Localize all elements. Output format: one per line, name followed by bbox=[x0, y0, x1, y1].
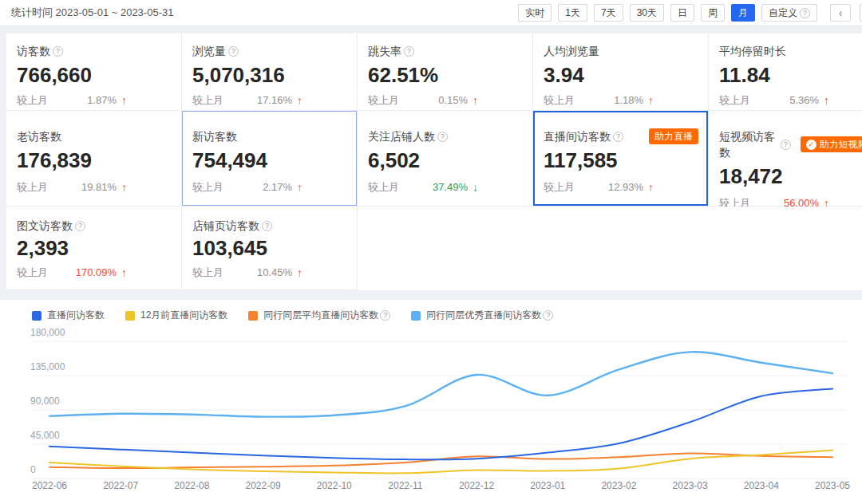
legend-swatch bbox=[248, 311, 258, 321]
legend-help-icon[interactable]: ? bbox=[543, 310, 553, 321]
x-axis-tick-label: 2022-10 bbox=[317, 480, 352, 491]
range-button-day[interactable]: 日 bbox=[670, 4, 694, 22]
metric-card-visitors[interactable]: 访客数?766,660较上月1.87%↑ bbox=[6, 33, 182, 111]
promo-badge-label: 助力短视频 bbox=[820, 137, 862, 152]
arrow-up-icon: ↑ bbox=[297, 93, 302, 108]
metric-card-live-room-visitors[interactable]: 直播间访客数?助力直播117,585较上月12.93%↑ bbox=[533, 111, 709, 207]
compare-percent: 2.17% bbox=[263, 180, 292, 195]
compare-change: 5.36%↑ bbox=[789, 93, 829, 108]
arrow-up-icon: ↑ bbox=[121, 266, 127, 280]
y-axis-tick-label: 180,000 bbox=[30, 327, 65, 338]
metric-label-row: 访客数? bbox=[17, 43, 181, 59]
metric-card-shop-followers[interactable]: 关注店铺人数?6,502较上月37.49%↓ bbox=[358, 111, 533, 207]
x-axis-tick-label: 2023-02 bbox=[601, 480, 636, 491]
metric-card-pageviews[interactable]: 浏览量?5,070,316较上月17.16%↑ bbox=[182, 33, 358, 111]
compare-percent: 17.16% bbox=[257, 93, 292, 108]
compare-percent: 0.15% bbox=[438, 93, 468, 108]
arrow-down-icon: ↓ bbox=[473, 180, 478, 195]
metric-value: 117,585 bbox=[544, 148, 708, 173]
range-button-7day[interactable]: 7天 bbox=[594, 4, 623, 22]
compare-percent: 37.49% bbox=[433, 180, 468, 195]
promo-badge-short-video-visitors[interactable]: ✓助力短视频 bbox=[801, 136, 862, 152]
range-button-realtime[interactable]: 实时 bbox=[518, 4, 552, 22]
metric-card-shop-page-visitors[interactable]: 店铺页访客数?103,645较上月10.45%↑ bbox=[182, 207, 358, 290]
metrics-grid: 访客数?766,660较上月1.87%↑浏览量?5,070,316较上月17.1… bbox=[6, 33, 862, 290]
series-line-live-room bbox=[49, 389, 832, 460]
metric-compare-row: 较上月170.09%↑ bbox=[17, 266, 181, 280]
metric-value: 176,839 bbox=[17, 148, 181, 173]
x-axis-tick-label: 2022-08 bbox=[174, 480, 209, 491]
metric-help-icon[interactable]: ? bbox=[75, 221, 85, 231]
arrow-up-icon: ↑ bbox=[121, 180, 127, 195]
y-axis-tick-label: 135,000 bbox=[30, 361, 65, 372]
metric-card-short-video-visitors[interactable]: 短视频访客数?✓助力短视频›18,472较上月56.00%↑ bbox=[709, 111, 862, 207]
y-axis-tick-label: 0 bbox=[30, 464, 36, 475]
badge-shield-check-icon: ✓ bbox=[806, 140, 817, 150]
range-button-week[interactable]: 周 bbox=[701, 4, 725, 22]
legend-item-live-room[interactable]: 直播间访客数 bbox=[32, 309, 105, 322]
arrow-up-icon: ↑ bbox=[648, 180, 654, 195]
metric-compare-row: 较上月10.45%↑ bbox=[192, 266, 357, 280]
metric-label-row: 直播间访客数?助力直播 bbox=[544, 128, 708, 144]
metric-card-image-text-visitors[interactable]: 图文访客数?2,393较上月170.09%↑ bbox=[6, 207, 182, 290]
metric-help-icon[interactable]: ? bbox=[437, 132, 448, 142]
range-help-icon[interactable]: ? bbox=[800, 8, 810, 18]
metric-card-avg-pageviews[interactable]: 人均浏览量3.94较上月1.18%↑ bbox=[533, 33, 709, 111]
metric-help-icon[interactable]: ? bbox=[228, 46, 239, 57]
metric-compare-row: 较上月1.87%↑ bbox=[17, 93, 181, 108]
metric-card-new-visitors[interactable]: 新访客数754,494较上月2.17%↑ bbox=[182, 111, 358, 207]
x-axis-tick-label: 2023-03 bbox=[673, 480, 708, 491]
metric-value: 2,393 bbox=[17, 235, 181, 261]
metric-card-old-visitors[interactable]: 老访客数176,839较上月19.81%↑ bbox=[6, 111, 182, 207]
legend-item-peer-excellent[interactable]: 同行同层优秀直播间访客数? bbox=[411, 309, 553, 322]
empty-cell bbox=[709, 207, 862, 290]
metric-compare-row: 较上月19.81%↑ bbox=[17, 180, 181, 195]
legend-item-live-room-12m-ago[interactable]: 12月前直播间访客数 bbox=[125, 309, 227, 322]
metric-value: 18,472 bbox=[719, 163, 862, 189]
metric-label-row: 关注店铺人数? bbox=[368, 128, 532, 144]
metric-label: 浏览量 bbox=[192, 43, 226, 59]
promo-badge-live-room-visitors[interactable]: 助力直播 bbox=[649, 128, 698, 144]
prev-range-button[interactable]: ‹ bbox=[830, 4, 851, 22]
legend-help-icon[interactable]: ? bbox=[380, 310, 390, 321]
metric-help-icon[interactable]: ? bbox=[262, 221, 272, 231]
range-button-month[interactable]: 月 bbox=[731, 4, 755, 22]
arrow-up-icon: ↑ bbox=[121, 93, 127, 108]
metric-help-icon[interactable]: ? bbox=[781, 140, 791, 150]
metric-help-icon[interactable]: ? bbox=[53, 46, 63, 57]
compare-percent: 12.93% bbox=[608, 180, 643, 195]
legend-item-peer-avg[interactable]: 同行同层平均直播间访客数? bbox=[248, 309, 390, 322]
metric-label-row: 新访客数 bbox=[192, 128, 357, 144]
compare-change: 10.45%↑ bbox=[257, 266, 302, 280]
legend-swatch bbox=[411, 311, 421, 321]
metric-card-bounce-rate[interactable]: 跳失率?62.51%较上月0.15%↑ bbox=[358, 33, 533, 111]
compare-percent: 170.09% bbox=[76, 266, 117, 280]
metric-card-avg-stay-duration[interactable]: 平均停留时长11.84较上月5.36%↑ bbox=[709, 33, 862, 111]
range-button-1day[interactable]: 1天 bbox=[558, 4, 587, 22]
metric-label-row: 老访客数 bbox=[17, 128, 181, 144]
compare-percent: 1.18% bbox=[614, 93, 643, 108]
compare-change: 37.49%↓ bbox=[433, 180, 478, 195]
range-button-label: 周 bbox=[708, 5, 718, 21]
metric-compare-row: 较上月12.93%↑ bbox=[544, 180, 708, 195]
compare-label: 较上月 bbox=[368, 180, 399, 195]
metric-value: 62.51% bbox=[368, 62, 532, 88]
metric-label-row: 浏览量? bbox=[192, 43, 357, 59]
metric-help-icon[interactable]: ? bbox=[404, 46, 414, 57]
y-axis-tick-label: 90,000 bbox=[30, 396, 60, 407]
x-axis-tick-label: 2023-01 bbox=[530, 480, 565, 491]
compare-label: 较上月 bbox=[17, 93, 48, 108]
metric-value: 6,502 bbox=[368, 148, 532, 173]
series-line-peer-avg bbox=[49, 453, 832, 468]
legend-label: 同行同层优秀直播间访客数 bbox=[426, 309, 541, 322]
metric-label-row: 店铺页访客数? bbox=[192, 218, 357, 234]
promo-badge-label: 助力直播 bbox=[654, 129, 693, 144]
compare-change: 0.15%↑ bbox=[438, 93, 478, 108]
range-button-custom[interactable]: 自定义? bbox=[761, 4, 817, 22]
compare-label: 较上月 bbox=[17, 180, 48, 195]
range-button-30day[interactable]: 30天 bbox=[630, 4, 664, 22]
metric-label: 新访客数 bbox=[192, 128, 237, 144]
compare-label: 较上月 bbox=[192, 180, 223, 195]
metric-help-icon[interactable]: ? bbox=[613, 132, 623, 142]
x-axis-tick-label: 2023-04 bbox=[744, 480, 779, 491]
